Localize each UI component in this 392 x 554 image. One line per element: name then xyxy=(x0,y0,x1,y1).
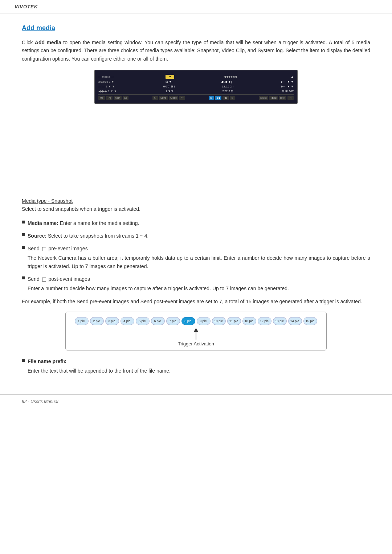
ss-label-1: --- media --- xyxy=(98,75,117,78)
pic-7: 7 pic. xyxy=(166,317,180,325)
ss-btn-3: Actn xyxy=(114,96,122,100)
ss-btn-4: Sc xyxy=(123,96,128,100)
example-paragraph: For example, if both the Send pre-event … xyxy=(22,297,370,305)
trigger-label: Trigger Activation xyxy=(69,341,323,346)
section-title: Add media xyxy=(22,24,370,32)
pic-14: 13 pic. xyxy=(273,317,287,325)
ss-label-5: ◀◀▶▶ 1 ▼ ▼ xyxy=(98,90,117,93)
ss-btn-14: →| xyxy=(287,96,294,100)
ss-btn-active2: ◀◀ xyxy=(215,96,221,100)
bullet-media-name: Media name: Enter a name for the media s… xyxy=(22,219,370,227)
ss-val-5: 0'0'0'' ⊞1 xyxy=(163,85,175,88)
ss-highlight: ▼ xyxy=(166,75,174,79)
pic-5: 5 pic. xyxy=(136,317,150,325)
footer-text: 92 - User's Manual xyxy=(22,399,58,404)
spacer xyxy=(22,115,370,194)
ss-bottom-bar: Me Trg Actn Sc ↑↓ Save Close ++ ▶ ◀◀ ◀▶ … xyxy=(98,94,294,100)
ss-val-8: 1 ▼▼ xyxy=(166,90,174,93)
ss-val-3: L▶.l▶ ▶| xyxy=(221,80,232,83)
bullet-icon-5 xyxy=(22,359,25,362)
ss-label-3: 2/12/15 1 ▼ xyxy=(98,80,117,83)
ss-btn-12: ◀◀◀ xyxy=(269,96,278,100)
bullet-icon-4 xyxy=(22,276,25,279)
ss-val-10: ⊞ ⊞ 107 xyxy=(282,90,294,93)
brand-logo: VIVOTEK xyxy=(15,4,38,9)
bullet-source: Source: Select to take snapshots from st… xyxy=(22,232,370,240)
bullet-text-4: Send post-event images xyxy=(28,275,90,283)
arrow-head xyxy=(193,328,199,332)
pic-4: 4 pic. xyxy=(121,317,134,325)
intro-rest: to open the media setting window. You ca… xyxy=(22,40,370,62)
pic-11: 11 pic. xyxy=(227,317,241,325)
pre-event-subtext: The Network Camera has a buffer area; it… xyxy=(28,254,370,270)
screenshot-inner: --- media --- ▼ ◀◀◀◀◀◀ ▲ 2/12/15 1 ▼ ⊞ ▼… xyxy=(97,73,295,101)
pic-12: 10 pic. xyxy=(242,317,256,325)
ss-label-2: ◀◀◀◀◀◀ xyxy=(224,75,242,78)
media-type-heading: Media type - Snapshot xyxy=(22,198,370,204)
ss-btn-10: ▷ xyxy=(230,96,235,100)
page-footer: 92 - User's Manual xyxy=(0,394,392,408)
pic-2: 2 pic. xyxy=(90,317,104,325)
ss-btn-13: click xyxy=(279,96,287,100)
ss-label-4: --- --- 1 ▼ ▼ xyxy=(98,85,117,88)
ss-val-1: ▲ xyxy=(291,75,294,78)
post-event-checkbox[interactable] xyxy=(42,278,46,282)
media-type-section: Media type - Snapshot Select to send sna… xyxy=(22,198,370,375)
intro-paragraph: Click Add media to open the media settin… xyxy=(22,38,370,63)
ss-btn-8: ++ xyxy=(179,96,185,100)
pic-15: 14 pic. xyxy=(288,317,302,325)
ss-btn-active: ▶ xyxy=(209,96,214,100)
bullet-text-2: Source: Select to take snapshots from st… xyxy=(28,232,148,240)
pic-9: 9 pic. xyxy=(197,317,211,325)
bullet-icon-2 xyxy=(22,233,25,236)
ss-btn-7: Close xyxy=(169,96,178,100)
ss-val-6: 18.15 2 ↑ xyxy=(222,85,234,88)
bullet-pre-event: Send pre-event images The Network Camera… xyxy=(22,245,370,270)
trigger-arrow xyxy=(69,328,323,340)
bullet-text-1: Media name: Enter a name for the media s… xyxy=(28,219,139,227)
arrow-shaft xyxy=(196,332,196,340)
pic-16: 15 pic. xyxy=(303,317,317,325)
bullet-post-event: Send post-event images Enter a number to… xyxy=(22,275,370,292)
pic-1: 1 pic. xyxy=(75,317,89,325)
file-name-subtext: Enter the text that will be appended to … xyxy=(28,367,370,375)
main-content: Add media Click Add media to open the me… xyxy=(0,13,392,394)
ss-btn-9: ◀▶ xyxy=(222,96,229,100)
pic-3: 3 pic. xyxy=(105,317,119,325)
bullet-text-3: Send pre-event images xyxy=(28,245,88,253)
ss-btn-2: Trg xyxy=(106,96,113,100)
ss-btn-1: Me xyxy=(98,96,105,100)
pics-row: 1 pic. 2 pic. 3 pic. 4 pic. 5 pic. 6 pic… xyxy=(69,317,323,325)
pre-event-checkbox[interactable] xyxy=(42,247,46,251)
pic-10: 10 pic. xyxy=(212,317,226,325)
pic-6: 6 pic. xyxy=(151,317,165,325)
ss-val-4: 1∙∙∙∙∙ ▼ ▼ xyxy=(281,80,294,83)
screenshot-mockup: --- media --- ▼ ◀◀◀◀◀◀ ▲ 2/12/15 1 ▼ ⊞ ▼… xyxy=(94,70,298,104)
bullet-icon-1 xyxy=(22,221,25,223)
ss-btn-6: Save xyxy=(159,96,168,100)
ss-btn-11: ⊞⊞⊞ xyxy=(259,96,268,100)
pic-8: 8 pic. xyxy=(181,317,195,325)
pic-13: 12 pic. xyxy=(258,317,271,325)
ss-val-7: 1∙∙∙∙∙ ▼ ▼ xyxy=(281,85,294,88)
page-header: VIVOTEK xyxy=(0,0,392,13)
ss-val-9: 2'52 3 ⊞ xyxy=(222,90,233,93)
bullet-text-5: File name prefix xyxy=(28,358,66,365)
media-type-desc: Select to send snapshots when a trigger … xyxy=(22,205,370,213)
bullet-icon-3 xyxy=(22,246,25,249)
ss-btn-5: ↑↓ xyxy=(152,96,158,100)
trigger-diagram: 1 pic. 2 pic. 3 pic. 4 pic. 5 pic. 6 pic… xyxy=(65,312,327,350)
intro-bold: Add media xyxy=(35,40,61,45)
post-event-subtext: Enter a number to decide how many images… xyxy=(28,284,370,292)
ss-val-2: ⊞ ▼ xyxy=(166,80,172,83)
bullet-file-name: File name prefix Enter the text that wil… xyxy=(22,358,370,375)
